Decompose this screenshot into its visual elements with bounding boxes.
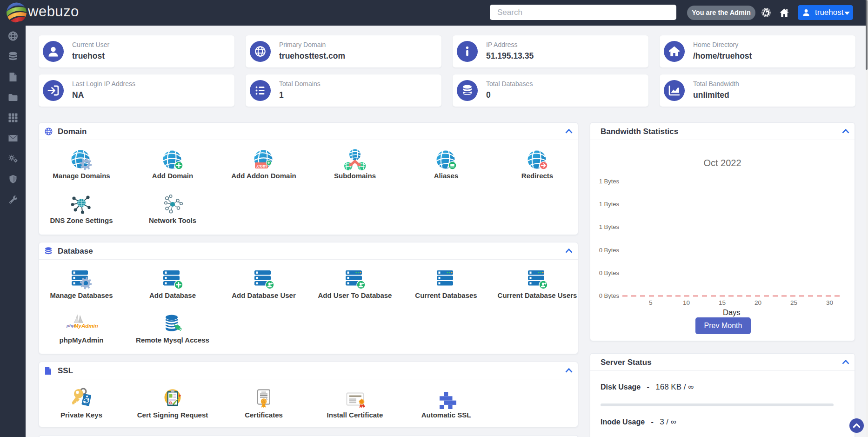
svg-text:php: php (66, 323, 75, 328)
svg-text:.com: .com (256, 163, 267, 168)
svg-text:MyAdmin: MyAdmin (74, 323, 98, 329)
